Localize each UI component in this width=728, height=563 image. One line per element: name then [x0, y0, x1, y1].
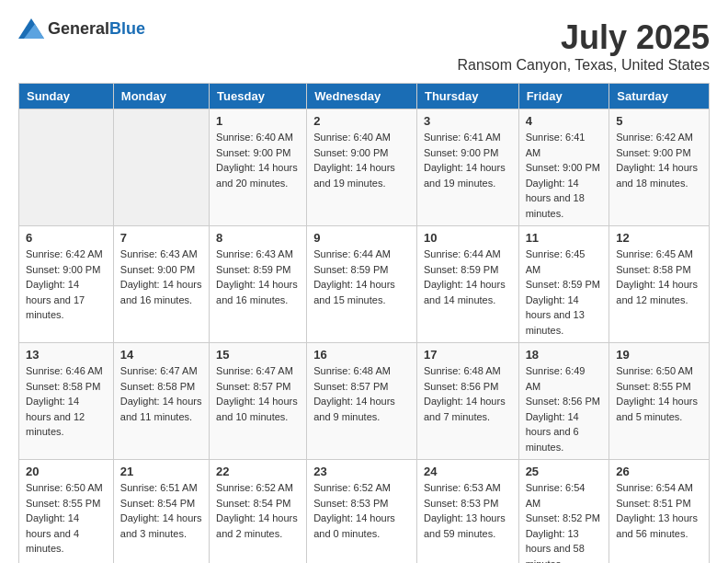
day-detail: Sunrise: 6:52 AMSunset: 8:54 PMDaylight:…	[216, 480, 300, 541]
calendar-week-row: 20Sunrise: 6:50 AMSunset: 8:55 PMDayligh…	[19, 460, 710, 564]
day-number: 11	[526, 231, 603, 245]
day-header-thursday: Thursday	[416, 84, 518, 109]
title-area: July 2025 Ransom Canyon, Texas, United S…	[457, 18, 710, 74]
day-detail: Sunrise: 6:40 AMSunset: 9:00 PMDaylight:…	[313, 130, 410, 190]
day-detail: Sunrise: 6:49 AMSunset: 8:56 PMDaylight:…	[526, 363, 603, 454]
day-detail: Sunrise: 6:48 AMSunset: 8:57 PMDaylight:…	[313, 363, 410, 424]
day-number: 19	[616, 348, 702, 362]
day-detail: Sunrise: 6:50 AMSunset: 8:55 PMDaylight:…	[616, 363, 702, 424]
calendar-cell: 13Sunrise: 6:46 AMSunset: 8:58 PMDayligh…	[19, 343, 114, 460]
day-header-wednesday: Wednesday	[307, 84, 417, 109]
day-detail: Sunrise: 6:41 AMSunset: 9:00 PMDaylight:…	[424, 130, 512, 190]
day-detail: Sunrise: 6:44 AMSunset: 8:59 PMDaylight:…	[424, 247, 512, 307]
day-number: 21	[120, 465, 202, 478]
day-header-sunday: Sunday	[19, 84, 114, 109]
page-header: GeneralBlue July 2025 Ransom Canyon, Tex…	[18, 18, 710, 74]
day-detail: Sunrise: 6:46 AMSunset: 8:58 PMDaylight:…	[26, 363, 107, 440]
day-detail: Sunrise: 6:52 AMSunset: 8:53 PMDaylight:…	[313, 480, 410, 541]
calendar-cell: 25Sunrise: 6:54 AMSunset: 8:52 PMDayligh…	[518, 460, 609, 564]
day-detail: Sunrise: 6:47 AMSunset: 8:57 PMDaylight:…	[216, 363, 300, 424]
calendar-week-row: 13Sunrise: 6:46 AMSunset: 8:58 PMDayligh…	[19, 343, 710, 460]
calendar-cell: 6Sunrise: 6:42 AMSunset: 9:00 PMDaylight…	[19, 226, 114, 343]
day-detail: Sunrise: 6:53 AMSunset: 8:53 PMDaylight:…	[424, 480, 512, 541]
day-detail: Sunrise: 6:47 AMSunset: 8:58 PMDaylight:…	[120, 363, 202, 424]
day-number: 1	[216, 114, 300, 128]
calendar-week-row: 6Sunrise: 6:42 AMSunset: 9:00 PMDaylight…	[19, 226, 710, 343]
day-number: 12	[616, 231, 702, 245]
day-number: 18	[526, 348, 603, 362]
calendar-cell: 10Sunrise: 6:44 AMSunset: 8:59 PMDayligh…	[416, 226, 518, 343]
calendar-cell: 24Sunrise: 6:53 AMSunset: 8:53 PMDayligh…	[416, 460, 518, 564]
calendar-cell: 23Sunrise: 6:52 AMSunset: 8:53 PMDayligh…	[307, 460, 417, 564]
day-detail: Sunrise: 6:45 AMSunset: 8:59 PMDaylight:…	[526, 247, 603, 338]
calendar-table: SundayMondayTuesdayWednesdayThursdayFrid…	[18, 83, 710, 563]
day-number: 7	[120, 231, 202, 245]
day-detail: Sunrise: 6:42 AMSunset: 9:00 PMDaylight:…	[26, 247, 107, 323]
logo-text-blue: Blue	[109, 19, 145, 38]
day-detail: Sunrise: 6:41 AMSunset: 9:00 PMDaylight:…	[526, 130, 603, 221]
day-number: 14	[120, 348, 202, 362]
calendar-cell: 4Sunrise: 6:41 AMSunset: 9:00 PMDaylight…	[518, 109, 609, 226]
calendar-week-row: 1Sunrise: 6:40 AMSunset: 9:00 PMDaylight…	[19, 109, 710, 226]
day-number: 15	[216, 348, 300, 362]
day-number: 8	[216, 231, 300, 245]
day-number: 20	[26, 465, 107, 478]
calendar-cell	[113, 109, 209, 226]
day-header-saturday: Saturday	[609, 84, 710, 109]
logo-text-general: General	[48, 19, 109, 38]
day-number: 24	[424, 465, 512, 478]
day-number: 9	[313, 231, 410, 245]
day-detail: Sunrise: 6:54 AMSunset: 8:51 PMDaylight:…	[616, 480, 702, 541]
day-header-monday: Monday	[113, 84, 209, 109]
calendar-cell: 26Sunrise: 6:54 AMSunset: 8:51 PMDayligh…	[609, 460, 710, 564]
day-number: 26	[616, 465, 702, 478]
calendar-cell: 1Sunrise: 6:40 AMSunset: 9:00 PMDaylight…	[210, 109, 307, 226]
day-header-tuesday: Tuesday	[210, 84, 307, 109]
day-detail: Sunrise: 6:50 AMSunset: 8:55 PMDaylight:…	[26, 480, 107, 557]
day-header-friday: Friday	[518, 84, 609, 109]
day-number: 16	[313, 348, 410, 362]
day-detail: Sunrise: 6:40 AMSunset: 9:00 PMDaylight:…	[216, 130, 300, 190]
calendar-cell: 9Sunrise: 6:44 AMSunset: 8:59 PMDaylight…	[307, 226, 417, 343]
day-detail: Sunrise: 6:44 AMSunset: 8:59 PMDaylight:…	[313, 247, 410, 307]
day-detail: Sunrise: 6:48 AMSunset: 8:56 PMDaylight:…	[424, 363, 512, 424]
calendar-cell: 19Sunrise: 6:50 AMSunset: 8:55 PMDayligh…	[609, 343, 710, 460]
calendar-cell: 15Sunrise: 6:47 AMSunset: 8:57 PMDayligh…	[210, 343, 307, 460]
day-detail: Sunrise: 6:42 AMSunset: 9:00 PMDaylight:…	[616, 130, 702, 190]
calendar-cell: 16Sunrise: 6:48 AMSunset: 8:57 PMDayligh…	[307, 343, 417, 460]
calendar-cell: 8Sunrise: 6:43 AMSunset: 8:59 PMDaylight…	[210, 226, 307, 343]
calendar-cell: 5Sunrise: 6:42 AMSunset: 9:00 PMDaylight…	[609, 109, 710, 226]
calendar-cell	[19, 109, 114, 226]
day-number: 4	[526, 114, 603, 128]
day-detail: Sunrise: 6:54 AMSunset: 8:52 PMDaylight:…	[526, 480, 603, 563]
day-number: 25	[526, 465, 603, 478]
calendar-cell: 3Sunrise: 6:41 AMSunset: 9:00 PMDaylight…	[416, 109, 518, 226]
calendar-cell: 14Sunrise: 6:47 AMSunset: 8:58 PMDayligh…	[113, 343, 209, 460]
logo: GeneralBlue	[18, 18, 145, 39]
calendar-cell: 18Sunrise: 6:49 AMSunset: 8:56 PMDayligh…	[518, 343, 609, 460]
calendar-header-row: SundayMondayTuesdayWednesdayThursdayFrid…	[19, 84, 710, 109]
calendar-cell: 17Sunrise: 6:48 AMSunset: 8:56 PMDayligh…	[416, 343, 518, 460]
calendar-cell: 11Sunrise: 6:45 AMSunset: 8:59 PMDayligh…	[518, 226, 609, 343]
calendar-cell: 2Sunrise: 6:40 AMSunset: 9:00 PMDaylight…	[307, 109, 417, 226]
calendar-cell: 20Sunrise: 6:50 AMSunset: 8:55 PMDayligh…	[19, 460, 114, 564]
day-number: 17	[424, 348, 512, 362]
day-number: 22	[216, 465, 300, 478]
day-detail: Sunrise: 6:45 AMSunset: 8:58 PMDaylight:…	[616, 247, 702, 307]
calendar-cell: 22Sunrise: 6:52 AMSunset: 8:54 PMDayligh…	[210, 460, 307, 564]
day-number: 13	[26, 348, 107, 362]
day-detail: Sunrise: 6:43 AMSunset: 8:59 PMDaylight:…	[216, 247, 300, 307]
location-title: Ransom Canyon, Texas, United States	[457, 57, 710, 74]
day-number: 6	[26, 231, 107, 245]
day-detail: Sunrise: 6:43 AMSunset: 9:00 PMDaylight:…	[120, 247, 202, 307]
day-detail: Sunrise: 6:51 AMSunset: 8:54 PMDaylight:…	[120, 480, 202, 541]
calendar-cell: 12Sunrise: 6:45 AMSunset: 8:58 PMDayligh…	[609, 226, 710, 343]
calendar-cell: 21Sunrise: 6:51 AMSunset: 8:54 PMDayligh…	[113, 460, 209, 564]
day-number: 3	[424, 114, 512, 128]
day-number: 10	[424, 231, 512, 245]
day-number: 23	[313, 465, 410, 478]
month-title: July 2025	[457, 18, 710, 57]
day-number: 2	[313, 114, 410, 128]
day-number: 5	[616, 114, 702, 128]
calendar-cell: 7Sunrise: 6:43 AMSunset: 9:00 PMDaylight…	[113, 226, 209, 343]
